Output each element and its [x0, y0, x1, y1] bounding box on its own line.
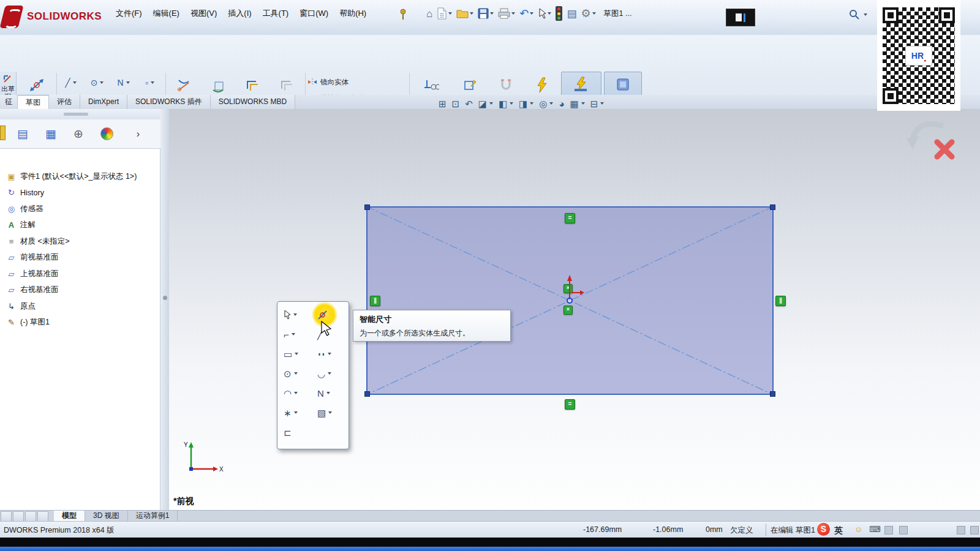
apply-scene-button[interactable]: ▦ [570, 99, 584, 108]
tree-item-right-plane[interactable]: ▱ 右视基准面 [0, 282, 160, 299]
context-sketch-toolbar: ⌐ ╱ ▭ ◖◗ ⊙ ◡ ◠ Ν ∗ ▧ ⊏ [277, 301, 349, 449]
corner-handle[interactable] [364, 391, 370, 397]
palette-spline-tool[interactable]: Ν [313, 383, 347, 403]
view-orientation-button[interactable]: ◧ [499, 99, 513, 108]
tab-mbd[interactable]: SOLIDWORKS MBD [211, 95, 295, 109]
dropdown-caret[interactable] [592, 12, 596, 15]
circle-tool[interactable]: ⊙ [84, 78, 110, 87]
undo-button[interactable]: ↶ [518, 5, 535, 22]
ime-logo-badge[interactable]: S [817, 523, 830, 536]
quick-access-toolbar: ⌂ ↶ ▤ ⚙ [425, 4, 631, 23]
home-button[interactable]: ⌂ [425, 5, 434, 22]
traffic-light-icon[interactable] [554, 5, 564, 22]
tree-item-annotations[interactable]: A 注解 [0, 217, 160, 234]
ime-toolbox-icon[interactable] [881, 525, 893, 534]
zoom-area-button[interactable]: ⊡ [452, 99, 460, 108]
sheet-tab-motion-study[interactable]: 运动算例1 [128, 511, 178, 522]
corner-handle[interactable] [770, 391, 775, 397]
dropdown-caret[interactable] [548, 12, 551, 15]
tree-item-front-plane[interactable]: ▱ 前视基准面 [0, 250, 160, 266]
tab-display-manager[interactable] [100, 127, 113, 140]
save-button[interactable] [477, 5, 495, 22]
ime-keyboard-icon[interactable]: ⌨ [869, 525, 881, 533]
relation-badge-horizontal-top[interactable]: = [565, 213, 575, 223]
select-tool-button[interactable] [537, 5, 552, 22]
tab-property-manager[interactable]: ▦ [45, 128, 56, 140]
relation-badge-vertical-left[interactable]: ∥ [370, 296, 380, 306]
tree-item-material[interactable]: ≡ 材质 <未指定> [0, 233, 160, 250]
search-box[interactable] [849, 9, 867, 20]
corner-handle[interactable] [364, 204, 370, 210]
section-view-button[interactable]: ◪ [478, 99, 493, 108]
tree-root-part[interactable]: ▣ 零件1 (默认<<默认>_显示状态 1>) [0, 168, 160, 185]
tab-sketch[interactable]: 草图 [18, 95, 49, 109]
zoom-fit-button[interactable]: ⊞ [439, 99, 447, 108]
pin-menu-icon[interactable] [398, 8, 408, 20]
palette-cube-tool[interactable]: ▧ [313, 403, 347, 422]
dropdown-caret[interactable] [470, 12, 473, 15]
panel-grip-handle[interactable] [64, 113, 88, 116]
menu-help[interactable]: 帮助(H) [334, 5, 372, 22]
dropdown-caret[interactable] [864, 13, 867, 16]
menu-window[interactable]: 窗口(W) [294, 5, 334, 22]
properties-list-button[interactable]: ▤ [565, 5, 578, 22]
ime-language-indicator[interactable]: 英 [834, 525, 843, 536]
menu-tools[interactable]: 工具(T) [257, 5, 295, 22]
dropdown-caret[interactable] [530, 12, 533, 15]
palette-pattern-tool[interactable]: ∗ [279, 403, 313, 422]
dropdown-caret[interactable] [511, 12, 515, 15]
palette-stadium-tool[interactable]: ⊏ [279, 422, 313, 442]
palette-slot-tool[interactable]: ◖◗ [313, 344, 347, 364]
tab-features[interactable]: 征 [0, 95, 18, 109]
open-document-button[interactable] [455, 5, 475, 22]
status-tray-icon[interactable] [967, 525, 979, 534]
view-settings-button[interactable]: ⊟ [590, 99, 605, 108]
status-tray-icon[interactable] [953, 525, 965, 534]
dropdown-caret[interactable] [490, 12, 494, 15]
tree-item-sensors[interactable]: ◎ 传感器 [0, 201, 160, 217]
print-button[interactable] [497, 5, 516, 22]
tree-item-sketch1[interactable]: ✎ (-) 草图1 [0, 315, 160, 331]
panel-splitter[interactable] [160, 109, 170, 521]
relation-badge-vertical-right[interactable]: ∥ [775, 296, 786, 306]
menu-view[interactable]: 视图(V) [185, 5, 222, 22]
edit-appearance-button[interactable]: ◕ [559, 99, 564, 108]
tree-item-origin[interactable]: ↳ 原点 [0, 298, 160, 315]
menu-insert[interactable]: 插入(I) [222, 5, 257, 22]
menu-file[interactable]: 文件(F) [110, 5, 148, 22]
sheet-tab-model[interactable]: 模型 [54, 511, 85, 522]
tab-addins[interactable]: SOLIDWORKS 插件 [127, 95, 211, 109]
plane-icon: ▱ [6, 253, 17, 261]
tab-feature-manager[interactable]: ▤ [17, 128, 28, 140]
command-search-tile[interactable] [726, 9, 755, 26]
palette-freeform-tool[interactable]: ◡ [313, 364, 347, 383]
tab-configuration-manager[interactable]: ⊕ [74, 128, 83, 140]
mirror-entities-button[interactable]: 镜向实体 [307, 74, 405, 90]
corner-handle[interactable] [770, 204, 775, 210]
point-tool[interactable]: ▫ [137, 78, 163, 87]
palette-rectangle-tool[interactable]: ▭ [279, 344, 313, 364]
tab-evaluate[interactable]: 评估 [49, 95, 80, 109]
panel-splitter-handle[interactable] [163, 296, 167, 300]
menu-edit[interactable]: 编辑(E) [148, 5, 185, 22]
previous-view-button[interactable]: ↶ [465, 99, 473, 108]
palette-select-tool[interactable] [279, 305, 313, 324]
palette-circle-tool[interactable]: ⊙ [279, 364, 313, 383]
tree-item-top-plane[interactable]: ▱ 上视基准面 [0, 266, 160, 282]
palette-corner-tool[interactable]: ⌐ [279, 324, 313, 344]
ime-smiley-icon[interactable]: ☺ [854, 525, 862, 533]
tab-dimxpert[interactable]: DimXpert [80, 95, 127, 109]
relation-badge-horizontal-bottom[interactable]: = [565, 399, 575, 410]
dropdown-caret[interactable] [448, 12, 452, 15]
palette-arc-tool[interactable]: ◠ [279, 383, 313, 403]
spline-tool[interactable]: Ν [110, 78, 137, 87]
hide-show-items-button[interactable]: ◎ [539, 99, 553, 108]
options-gear-button[interactable]: ⚙ [579, 5, 597, 22]
pane-expand-chevron[interactable]: › [137, 129, 140, 139]
new-document-button[interactable] [435, 5, 453, 22]
line-tool[interactable]: ╱ [58, 78, 84, 87]
ime-settings-icon[interactable] [895, 525, 908, 534]
tree-item-history[interactable]: ↻ History [0, 185, 160, 201]
sheet-tab-3dviews[interactable]: 3D 视图 [85, 511, 128, 522]
display-style-button[interactable]: ◨ [519, 99, 533, 108]
